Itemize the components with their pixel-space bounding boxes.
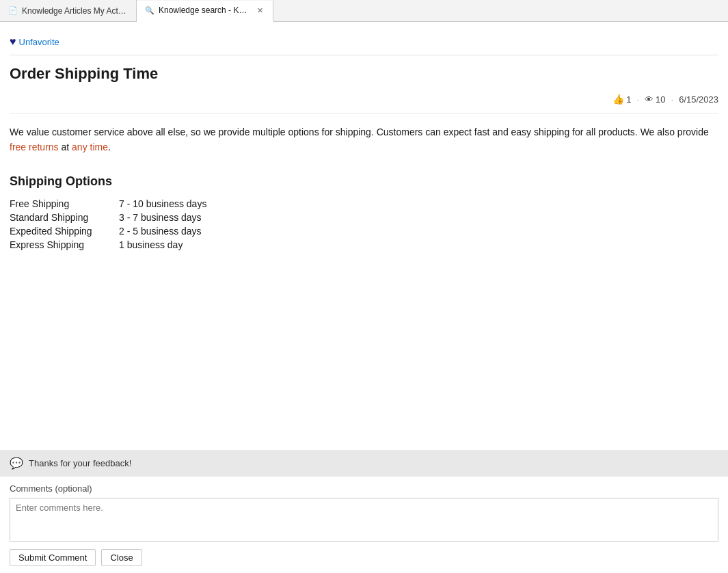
shipping-row-free: Free Shipping 7 - 10 business days: [10, 197, 718, 211]
tab-label-1: Knowledge Articles My Active ...: [22, 6, 128, 16]
shipping-name-expedited: Expedited Shipping: [10, 226, 119, 237]
meta-row: 👍 1 · 👁 10 · 6/15/2023: [10, 88, 718, 114]
shipping-name-standard: Standard Shipping: [10, 212, 119, 223]
feedback-banner-text: Thanks for your feedback!: [29, 458, 131, 468]
meta-views: 👁 10: [645, 94, 665, 105]
article-body: We value customer service above all else…: [10, 114, 718, 163]
shipping-name-free: Free Shipping: [10, 198, 119, 209]
chat-icon: 💬: [10, 457, 23, 470]
tab-favicon-1: 📄: [8, 6, 18, 15]
shipping-table: Free Shipping 7 - 10 business days Stand…: [10, 197, 718, 252]
main-content: ♥ Unfavorite Order Shipping Time 👍 1 · 👁…: [0, 22, 728, 375]
likes-count: 1: [626, 94, 631, 105]
tab-favicon-2: 🔍: [145, 6, 154, 15]
comments-section: Comments (optional) Submit Comment Close: [0, 477, 728, 573]
meta-date: 6/15/2023: [679, 94, 718, 105]
tab-knowledge-search[interactable]: 🔍 Knowledge search - Knowled... ✕: [137, 1, 273, 22]
shipping-time-express: 1 business day: [119, 239, 183, 250]
shipping-time-free: 7 - 10 business days: [119, 198, 206, 209]
meta-likes: 👍 1: [612, 94, 631, 105]
unfavorite-area: ♥ Unfavorite: [10, 30, 718, 55]
shipping-row-express: Express Shipping 1 business day: [10, 238, 718, 252]
comments-textarea[interactable]: [10, 498, 718, 542]
tab-knowledge-articles[interactable]: 📄 Knowledge Articles My Active ...: [0, 0, 137, 21]
heart-icon: ♥: [10, 36, 16, 48]
views-count: 10: [656, 94, 665, 105]
eye-icon: 👁: [645, 94, 653, 105]
close-button[interactable]: Close: [101, 549, 141, 566]
article-body-text: We value customer service above all else…: [10, 124, 718, 155]
comments-label: Comments (optional): [10, 483, 718, 494]
thumbsup-icon: 👍: [612, 94, 624, 105]
shipping-time-standard: 3 - 7 business days: [119, 212, 202, 223]
article-title: Order Shipping Time: [10, 65, 718, 88]
shipping-row-standard: Standard Shipping 3 - 7 business days: [10, 211, 718, 224]
tab-bar: 📄 Knowledge Articles My Active ... 🔍 Kno…: [0, 0, 728, 22]
button-row: Submit Comment Close: [10, 549, 718, 566]
feedback-section: 💬 Thanks for your feedback! Comments (op…: [0, 450, 728, 573]
any-time-link[interactable]: any time: [72, 142, 108, 152]
tab-label-2: Knowledge search - Knowled...: [159, 5, 251, 15]
separator-1: ·: [636, 94, 639, 105]
unfavorite-link[interactable]: Unfavorite: [19, 37, 59, 47]
separator-2: ·: [671, 94, 674, 105]
shipping-time-expedited: 2 - 5 business days: [119, 226, 202, 237]
shipping-options-heading: Shipping Options: [10, 174, 718, 189]
tab-close-button[interactable]: ✕: [255, 5, 265, 15]
feedback-banner: 💬 Thanks for your feedback!: [0, 450, 728, 477]
submit-comment-button[interactable]: Submit Comment: [10, 549, 96, 566]
article-date: 6/15/2023: [679, 94, 718, 105]
shipping-name-express: Express Shipping: [10, 239, 119, 250]
shipping-row-expedited: Expedited Shipping 2 - 5 business days: [10, 224, 718, 238]
free-returns-link[interactable]: free returns: [10, 142, 59, 152]
